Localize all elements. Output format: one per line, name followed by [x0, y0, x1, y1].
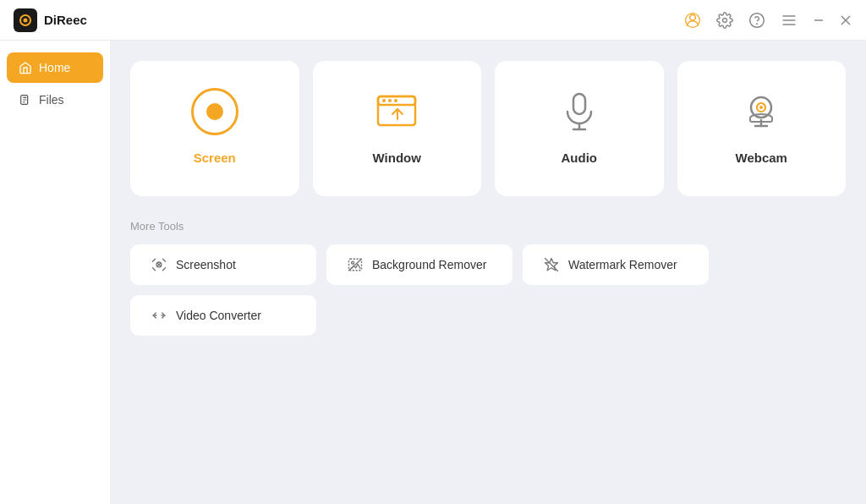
- record-cards-row: Screen Window: [130, 61, 846, 196]
- files-icon: [19, 93, 32, 107]
- screen-card-label: Screen: [194, 151, 236, 165]
- sidebar-item-files[interactable]: Files: [7, 85, 103, 115]
- svg-point-22: [759, 106, 763, 109]
- sidebar-home-label: Home: [39, 61, 70, 74]
- logo-icon: [14, 8, 37, 32]
- screenshot-tool-label: Screenshot: [176, 258, 236, 271]
- window-card-icon: [370, 85, 424, 139]
- screen-card-icon: [188, 85, 242, 139]
- main-layout: Home Files Screen: [0, 41, 866, 504]
- sidebar-files-label: Files: [39, 93, 64, 107]
- background-remover-tool-btn[interactable]: Background Remover: [326, 244, 512, 285]
- home-icon: [19, 61, 32, 74]
- video-converter-icon: [151, 307, 167, 324]
- svg-point-3: [750, 13, 765, 27]
- svg-point-0: [690, 14, 696, 20]
- svg-rect-17: [573, 94, 585, 114]
- logo-inner-icon: [19, 14, 31, 26]
- window-card[interactable]: Window: [313, 61, 482, 196]
- webcam-card-icon: [734, 85, 788, 139]
- svg-point-29: [352, 261, 354, 264]
- webcam-card-label: Webcam: [736, 151, 787, 165]
- screen-card[interactable]: Screen: [130, 61, 299, 196]
- tools-grid: Screenshot Background Remover: [130, 244, 846, 336]
- menu-icon[interactable]: [780, 11, 798, 30]
- content-area: Screen Window: [110, 41, 866, 504]
- audio-card-icon: [552, 85, 606, 139]
- audio-card[interactable]: Audio: [495, 61, 664, 196]
- screenshot-tool-btn[interactable]: Screenshot: [130, 244, 316, 285]
- window-card-label: Window: [373, 151, 421, 165]
- titlebar-actions: [683, 11, 852, 30]
- background-remover-tool-label: Background Remover: [372, 258, 486, 271]
- app-name: DiReec: [44, 13, 87, 27]
- sidebar-item-home[interactable]: Home: [7, 52, 103, 83]
- app-logo: DiReec: [14, 8, 87, 32]
- svg-point-2: [723, 18, 727, 22]
- titlebar: DiReec: [0, 0, 866, 41]
- audio-card-label: Audio: [562, 151, 598, 165]
- more-tools-label: More Tools: [130, 220, 846, 233]
- profile-icon[interactable]: [683, 11, 702, 30]
- video-converter-tool-btn[interactable]: Video Converter: [130, 295, 316, 336]
- minimize-button[interactable]: [812, 14, 825, 27]
- watermark-remover-icon: [543, 256, 560, 273]
- video-converter-tool-label: Video Converter: [176, 309, 261, 322]
- svg-line-30: [349, 259, 362, 271]
- more-tools-section: More Tools Screenshot: [130, 220, 846, 336]
- watermark-remover-tool-btn[interactable]: Watermark Remover: [523, 244, 709, 285]
- background-remover-icon: [347, 256, 364, 273]
- svg-point-15: [388, 99, 392, 102]
- close-button[interactable]: [839, 14, 852, 27]
- help-icon[interactable]: [748, 11, 766, 30]
- sidebar: Home Files: [0, 41, 110, 504]
- settings-icon[interactable]: [715, 11, 734, 30]
- svg-point-16: [394, 99, 397, 102]
- webcam-card[interactable]: Webcam: [677, 61, 847, 196]
- watermark-remover-tool-label: Watermark Remover: [568, 258, 677, 271]
- screenshot-icon: [151, 256, 167, 273]
- svg-point-14: [382, 99, 386, 102]
